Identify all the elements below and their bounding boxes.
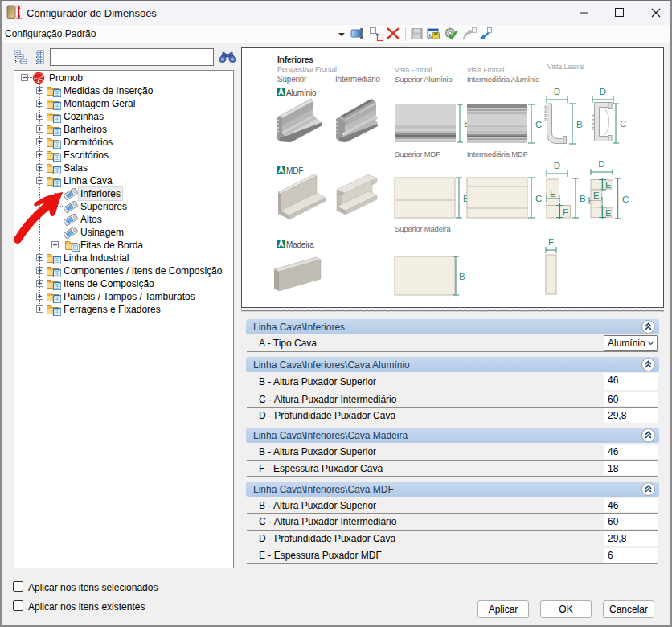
svg-text:Perspectiva Frontal: Perspectiva Frontal <box>277 65 337 73</box>
svg-text:Vista Frontal: Vista Frontal <box>395 66 432 74</box>
svg-text:A: A <box>278 240 284 248</box>
svg-text:E: E <box>563 207 569 217</box>
svg-text:C: C <box>622 195 629 204</box>
svg-text:C: C <box>535 120 542 129</box>
svg-text:Superior Madeira: Superior Madeira <box>395 224 452 233</box>
svg-text:C: C <box>535 194 542 203</box>
svg-text:F: F <box>548 237 554 247</box>
svg-text:Inferiores: Inferiores <box>277 55 313 64</box>
svg-text:Superior Alumínio: Superior Alumínio <box>395 75 453 84</box>
svg-text:E: E <box>550 189 556 199</box>
svg-text:Vista Frontal: Vista Frontal <box>467 66 504 74</box>
svg-text:D: D <box>600 87 606 96</box>
svg-text:Madeira: Madeira <box>286 240 314 249</box>
svg-text:Alumínio: Alumínio <box>286 88 317 97</box>
svg-text:C: C <box>620 119 626 129</box>
svg-text:Superior MDF: Superior MDF <box>395 150 440 158</box>
svg-text:B: B <box>580 194 586 203</box>
svg-text:E: E <box>605 180 612 190</box>
svg-text:A: A <box>278 166 284 174</box>
svg-text:Superior: Superior <box>277 75 307 84</box>
svg-text:Intermediária MDF: Intermediária MDF <box>467 150 528 158</box>
svg-text:MDF: MDF <box>286 166 303 175</box>
svg-text:D: D <box>554 87 560 96</box>
svg-text:D: D <box>554 161 560 170</box>
svg-text:B: B <box>576 120 583 129</box>
svg-text:B: B <box>459 272 465 281</box>
svg-text:Intermediário: Intermediário <box>335 75 380 84</box>
svg-text:D: D <box>598 159 604 169</box>
svg-text:Intermediária Alumínio: Intermediária Alumínio <box>467 75 539 84</box>
svg-text:A: A <box>278 88 284 96</box>
svg-text:E: E <box>593 191 600 200</box>
svg-text:E: E <box>605 208 612 218</box>
svg-text:Vista Lateral: Vista Lateral <box>547 63 584 71</box>
